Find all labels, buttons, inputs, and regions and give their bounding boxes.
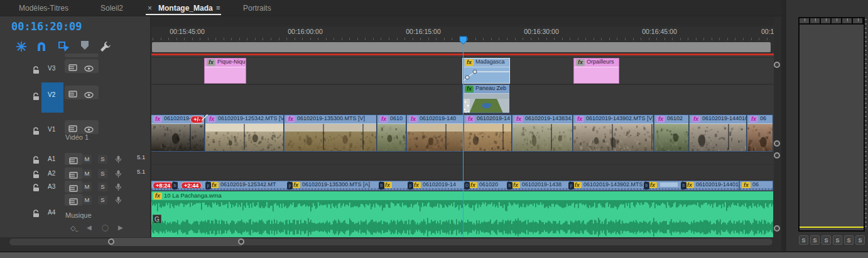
add-keyframe-icon[interactable]: ◯ (102, 224, 109, 231)
voiceover-mic-icon[interactable] (116, 155, 121, 166)
fx-badge[interactable]: fx (575, 116, 584, 123)
audio-transition-badge[interactable]: b (172, 182, 178, 189)
tab-close-icon[interactable]: × (148, 4, 152, 13)
audio-transition-badge[interactable]: b (507, 182, 513, 189)
clip-06102019-143902-mts-v-[interactable]: fx06102019-143902.MTS [V] (573, 115, 654, 152)
audio-transition-badge[interactable]: b (644, 182, 649, 189)
tab-modèles-titres[interactable]: Modèles-Titres (19, 4, 68, 13)
audio-clip-06102019-143902-mts[interactable]: fx06102019-143902.MTS (570, 181, 646, 191)
clip-06102019-143834-m[interactable]: fx06102019-143834.M (512, 115, 573, 152)
meter-solo-button[interactable]: S (855, 235, 865, 245)
music-clip-la-pachanga[interactable]: fx10 La Pachanga.wmaG (151, 191, 773, 237)
lock-icon-a4[interactable] (33, 209, 40, 217)
mute-button-a3[interactable]: M (82, 182, 92, 191)
audio-transition-badge[interactable]: D (464, 182, 470, 189)
audio-clip--8-24[interactable]: +8:24 (151, 181, 174, 191)
source-assign-a3[interactable] (65, 181, 82, 193)
source-assign-icon[interactable] (69, 196, 78, 208)
meter-solo-button[interactable]: S (822, 235, 831, 245)
vscroll2-handle-bottom[interactable] (774, 225, 780, 232)
solo-button-a2[interactable]: S (98, 169, 107, 178)
audio-transition-badge[interactable]: b (681, 182, 686, 189)
audio-transition-badge[interactable]: b (379, 182, 384, 189)
audio-clip-06102019-1438[interactable]: fx06102019-1438 (509, 181, 570, 191)
vscroll2-handle-top[interactable] (774, 152, 780, 159)
keyframe-diamond-icon[interactable]: ◇˾ (70, 224, 79, 232)
prev-keyframe-icon[interactable]: ◀ (87, 224, 92, 231)
mute-button-a1[interactable]: M (82, 155, 92, 164)
fx-badge[interactable]: fx (153, 116, 162, 123)
next-keyframe-icon[interactable]: ▶ (118, 224, 123, 231)
lock-icon-a3[interactable] (33, 183, 40, 191)
clip-paneau-zebu[interactable]: fxPaneau Zeb (462, 84, 510, 113)
clip-06102[interactable]: fx06102 (654, 115, 689, 152)
mute-button-a2[interactable]: M (82, 169, 92, 178)
clip-0610[interactable]: fx0610 (377, 115, 406, 152)
linked-selection-icon[interactable] (58, 40, 72, 54)
source-assign-icon[interactable] (69, 170, 78, 181)
track-label-a3[interactable]: A3 (48, 183, 55, 190)
audio-clip-x[interactable]: fx (646, 181, 683, 191)
source-assign-icon[interactable] (69, 155, 78, 167)
clip-madagasca[interactable]: fxMadagasca (462, 58, 510, 84)
source-assign-icon[interactable] (69, 183, 78, 194)
nest-sequences-icon[interactable] (15, 40, 29, 54)
fx-badge[interactable]: fx (749, 116, 758, 123)
playhead-line[interactable] (463, 36, 464, 237)
hscroll-handle-right[interactable] (238, 238, 244, 245)
audio-clip-06102019-135300-mts-a-[interactable]: fx06102019-135300.MTS [A] (289, 181, 381, 191)
fx-badge[interactable]: fx (656, 116, 665, 123)
snap-magnet-icon[interactable] (35, 40, 49, 54)
audio-clip-061020[interactable]: fx061020 (466, 181, 509, 191)
solo-button-a4[interactable]: S (98, 196, 107, 205)
lock-icon-v2[interactable] (33, 92, 40, 100)
fx-badge[interactable]: fx (409, 116, 418, 123)
fx-badge[interactable]: fx (286, 116, 295, 123)
lock-icon-a1[interactable] (33, 155, 40, 164)
audio-transition-badge[interactable]: p (408, 182, 413, 189)
source-assign-a2[interactable] (65, 167, 82, 179)
voiceover-mic-icon[interactable] (116, 169, 121, 181)
clip-06102019-144010[interactable]: fx06102019-144010 (689, 115, 747, 152)
tab-soleil2[interactable]: Soleil2 (100, 4, 123, 13)
voiceover-mic-icon[interactable] (116, 196, 121, 207)
playhead-timecode[interactable]: 00:16:20:09 (11, 20, 82, 33)
audio-clip-x[interactable]: fx (381, 181, 410, 191)
solo-button-a1[interactable]: S (98, 155, 107, 164)
clip-06102019-14[interactable]: fx06102019-14 (464, 115, 512, 152)
meter-solo-button[interactable]: S (799, 235, 808, 245)
clip-06102019-125342-mts-v-[interactable]: fx06102019-125342.MTS [V] (205, 115, 284, 152)
add-marker-icon[interactable] (80, 40, 94, 54)
timeline-settings-wrench-icon[interactable] (99, 40, 113, 54)
audio-clip-06102019-14[interactable]: fx06102019-14 (410, 181, 466, 191)
source-assign-icon[interactable] (68, 89, 77, 100)
tab-portraits[interactable]: Portraits (243, 4, 271, 13)
tab-montage_mada[interactable]: Montage_Mada (158, 4, 213, 13)
meter-solo-button[interactable]: S (833, 235, 842, 245)
fx-badge[interactable]: fx (207, 59, 215, 66)
track-label-v3[interactable]: V3 (48, 65, 55, 72)
clip-pique-nique[interactable]: fxPique-Nique (204, 58, 246, 84)
audio-clip-06102019-144010[interactable]: fx06102019-144010 (683, 181, 739, 191)
playhead-marker[interactable] (459, 36, 467, 45)
vscroll-handle-bottom[interactable] (774, 140, 780, 147)
audio-transition-badge[interactable]: p (568, 182, 574, 189)
tab-menu-icon[interactable]: ≡ (216, 4, 220, 11)
fx-badge[interactable]: fx (692, 116, 700, 123)
source-assign-a1[interactable] (65, 153, 82, 165)
clip-06102019-140[interactable]: fx06102019-140 (406, 115, 464, 152)
fx-badge[interactable]: fx (465, 86, 474, 93)
hscroll-thumb[interactable] (108, 238, 244, 246)
fx-badge[interactable]: fx (465, 59, 474, 66)
fx-badge[interactable]: fx (466, 116, 475, 123)
clip-06102019-1[interactable]: fx06102019-1+/- (151, 115, 205, 152)
audio-transition-badge[interactable]: p (205, 182, 211, 189)
fx-badge[interactable]: fx (514, 116, 523, 123)
clip-06102019-135300-mts-v-[interactable]: fx06102019-135300.MTS [V] (284, 115, 377, 152)
toggle-track-output-eye-icon[interactable] (84, 63, 94, 74)
audio-clip--2-44[interactable]: +2:44 (174, 181, 207, 191)
vscroll-handle-top[interactable] (774, 62, 780, 68)
clip-06[interactable]: fx06 (747, 115, 773, 152)
track-label-v1[interactable]: V1 (48, 126, 55, 133)
fx-badge[interactable]: fx (576, 59, 585, 66)
